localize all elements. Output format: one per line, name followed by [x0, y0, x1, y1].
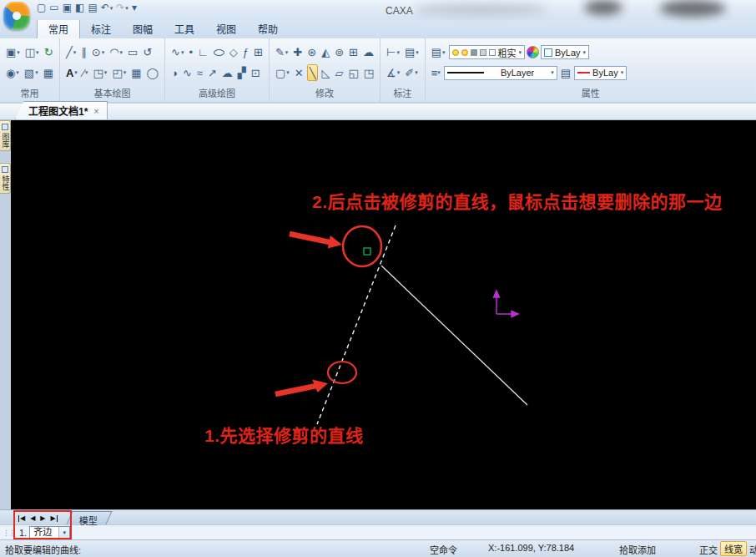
sidebar-tab-library[interactable]: 图库 [0, 120, 11, 151]
multi-block-icon[interactable]: ⊡ [249, 64, 262, 81]
drawing-canvas[interactable]: 2.后点击被修剪的直线，鼠标点击想要删除的那一边 1.先选择修剪的直线 [11, 120, 756, 509]
linewidth-icon[interactable]: ≡▾ [430, 64, 442, 81]
tab-tufu[interactable]: 图幅 [122, 19, 164, 38]
chevron-down-icon[interactable]: ▾ [58, 527, 69, 538]
line-icon[interactable]: ╱▾ [64, 44, 78, 61]
linetype-manager-icon[interactable]: ▤ [559, 64, 572, 81]
angle-line-icon[interactable]: ∟ [196, 44, 210, 61]
chevron-down-icon: ▾ [551, 69, 554, 76]
pan-icon[interactable]: ▧▾ [23, 64, 40, 81]
status-pick-add[interactable]: 拾取添加 [619, 543, 656, 556]
stretch-icon[interactable]: ▱ [333, 64, 345, 81]
drawing-svg [11, 120, 756, 509]
cloud-line-icon[interactable]: ☁ [220, 64, 234, 81]
contour-icon[interactable]: ◑ [169, 64, 179, 81]
coordinate-dim-icon[interactable]: ▤▾ [403, 44, 421, 61]
display-icon[interactable]: ▦ [42, 64, 55, 81]
open-icon[interactable]: ▭ [49, 3, 58, 13]
mirror-icon[interactable]: ◭ [320, 44, 331, 61]
drag-handle-icon[interactable]: ⋮⋮ [3, 529, 14, 537]
close-icon[interactable]: × [93, 106, 98, 116]
polygon-icon[interactable]: ◇ [228, 44, 239, 61]
circle-icon[interactable]: ⊙▾ [90, 44, 106, 61]
document-tab[interactable]: 工程图文档1* × [15, 101, 108, 119]
layer-dropdown[interactable]: 粗实 ▾ [449, 45, 526, 59]
next-sheet-button[interactable]: ▶ [40, 515, 45, 522]
undo-icon[interactable]: ↶▾ [101, 3, 113, 13]
new-icon[interactable]: ▢ [37, 3, 46, 13]
point-line-icon[interactable]: ∕▾ [81, 64, 90, 81]
trim-icon[interactable]: ╲ [307, 64, 319, 81]
hatch-icon[interactable]: ◳▾ [92, 64, 109, 81]
command-combobox[interactable]: 齐边 ▾ [29, 526, 70, 539]
zoom-icon[interactable]: ◉▾ [4, 64, 21, 81]
zigzag-line-icon[interactable]: ≈ [195, 64, 204, 81]
status-partial-item[interactable]: 动 [749, 543, 756, 556]
copy-icon[interactable]: ▣▾ [4, 44, 22, 61]
tab-shitu[interactable]: 视图 [205, 19, 247, 38]
arrow-shaft [290, 234, 330, 242]
status-linewidth-toggle[interactable]: 线宽 [720, 541, 747, 556]
dim-style-icon[interactable]: ∡▾ [385, 64, 401, 81]
linetype-dropdown[interactable]: ByLayer ▾ [444, 66, 557, 80]
refresh-icon[interactable]: ↻ [43, 44, 55, 61]
match-properties-icon[interactable]: ✎▾ [274, 44, 290, 61]
group-label: 常用 [4, 85, 55, 102]
chevron-down-icon: ▾ [286, 69, 290, 76]
chevron-down-icon: ▾ [73, 49, 77, 56]
spline-icon[interactable]: ∿▾ [169, 44, 185, 61]
selected-dashed-line[interactable] [317, 225, 396, 424]
paste-object-icon[interactable]: ◳ [362, 64, 375, 81]
point-icon[interactable]: • [187, 44, 194, 61]
rotate-icon[interactable]: ⊛ [305, 44, 318, 61]
prev-sheet-button[interactable]: ◀ [30, 515, 35, 522]
save-all-icon[interactable]: ◧ [75, 3, 84, 13]
print-icon[interactable]: ▤ [88, 3, 97, 13]
move-icon[interactable]: ✚ [291, 44, 304, 61]
tab-gongju[interactable]: 工具 [164, 19, 205, 38]
extend-icon[interactable]: ◺ [320, 64, 331, 81]
formula-curve-icon[interactable]: ƒ [241, 44, 250, 61]
dimension-color-dropdown[interactable]: ByLay ▾ [574, 66, 627, 80]
blurred-title-text [415, 3, 548, 15]
last-sheet-button[interactable]: ▶ [50, 515, 57, 522]
ellipse-icon[interactable] [212, 44, 226, 61]
tab-biaozhu[interactable]: 标注 [80, 19, 122, 38]
copy-object-icon[interactable]: ◱ [346, 64, 360, 81]
arrow-draw-icon[interactable]: ↗ [206, 64, 219, 81]
text-icon[interactable]: A▾ [64, 64, 79, 81]
block-icon[interactable]: ◰▾ [110, 64, 128, 81]
table-icon[interactable]: ⊞ [252, 44, 265, 61]
redo-icon[interactable]: ↷▾ [116, 3, 129, 13]
rectangle-icon[interactable]: ▭ [126, 44, 139, 61]
color-dropdown[interactable]: ByLay ▾ [541, 45, 589, 59]
status-ortho-toggle[interactable]: 正交 [699, 543, 718, 556]
select-icon[interactable]: ▢▾ [274, 64, 291, 81]
scale-icon[interactable]: ☁ [361, 44, 375, 61]
polyline-icon[interactable]: ↺ [141, 44, 154, 61]
paste-icon[interactable]: ◫▾ [23, 44, 41, 61]
dimension-icon[interactable]: ⊢▾ [385, 44, 401, 61]
break-icon[interactable]: ✕ [293, 64, 305, 81]
circular-array-icon[interactable]: ⊚ [333, 44, 345, 61]
arc-icon[interactable]: ◠▾ [108, 44, 124, 61]
array-icon[interactable]: ⊞ [347, 44, 360, 61]
region-icon[interactable]: ◯ [144, 64, 160, 81]
model-tab[interactable]: 模型 [66, 511, 112, 524]
layer-icon[interactable]: ▤▾ [430, 44, 447, 61]
chevron-down-icon: ▾ [621, 69, 624, 76]
first-sheet-button[interactable]: ◀ [18, 515, 25, 522]
wave-line-icon[interactable]: ∿ [181, 64, 194, 81]
customize-quick-access-icon[interactable]: ▾ [132, 3, 137, 13]
status-command: 空命令 [430, 543, 457, 556]
save-icon[interactable]: ▣ [63, 3, 72, 13]
sidebar-tab-properties[interactable]: 特性 [0, 163, 11, 194]
grid-icon[interactable]: ▦ [129, 64, 143, 81]
parallel-line-icon[interactable]: ∥ [79, 44, 88, 61]
tab-bangzhu[interactable]: 帮助 [247, 19, 289, 38]
profile-icon[interactable]: ▞ [236, 64, 248, 81]
color-picker-icon[interactable] [527, 46, 539, 58]
tab-changyong[interactable]: 常用 [37, 18, 80, 38]
dim-edit-icon[interactable]: ✐▾ [403, 64, 419, 81]
boundary-line[interactable] [381, 266, 527, 405]
